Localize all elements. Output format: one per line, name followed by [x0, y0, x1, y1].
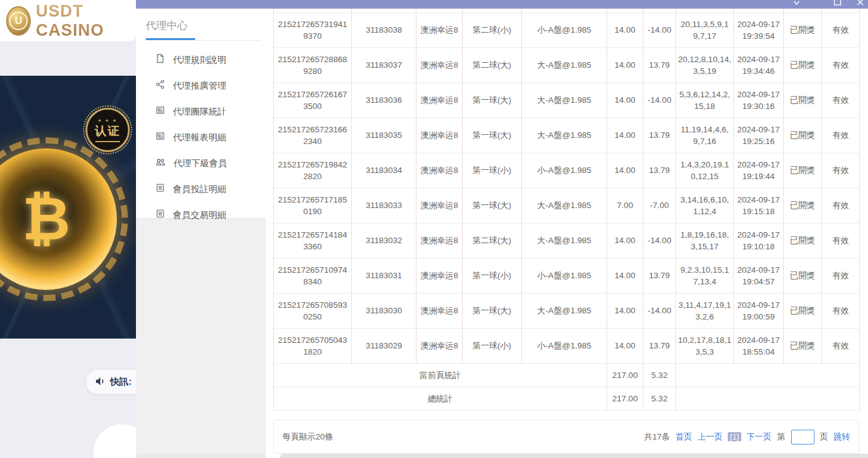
- speaker-icon: [95, 377, 106, 388]
- prev-page-link[interactable]: 上一页: [698, 432, 723, 443]
- cell-game: 澳洲幸运8: [416, 223, 463, 258]
- bitcoin-symbol: ₿: [22, 185, 70, 253]
- badge-stars: ★ ★ ★: [98, 118, 118, 123]
- badge-label: 认证: [95, 123, 121, 139]
- cell-time: 2024-09-17 19:39:54: [734, 12, 784, 47]
- sidebar-item-3[interactable]: 代理報表明細: [136, 124, 266, 150]
- cell-content: 小-A盤@1.985: [522, 12, 607, 47]
- bet-table-body: 215217265731941937031183038澳洲幸运8第二球(小)小-…: [274, 9, 860, 363]
- cell-winloss: -14.00: [643, 293, 676, 328]
- bitcoin-coin-graphic: ₿: [0, 148, 117, 290]
- bet-table-row: 215217265710974834031183031澳洲幸运8第一球(小)小-…: [274, 258, 860, 293]
- cell-amount: 14.00: [607, 223, 643, 258]
- cell-numbers: 1,4,3,20,19,10,12,15: [676, 153, 734, 188]
- badge-underline: [95, 141, 120, 142]
- jump-action-link[interactable]: 跳转: [834, 432, 850, 443]
- bet-table-row: 215217265708593025031183030澳洲幸运8第一球(大)大-…: [274, 293, 860, 328]
- cell-game: 澳洲幸运8: [416, 47, 463, 82]
- cell-play: 第二球(大): [463, 47, 522, 82]
- sidebar-item-2[interactable]: 代理團隊統計: [136, 98, 266, 124]
- sidebar-item-6[interactable]: 會員交易明細: [136, 202, 266, 228]
- cell-game: 澳洲幸运8: [416, 118, 463, 153]
- total-summary-amount: 217.00: [607, 387, 643, 410]
- cell-time: 2024-09-17 19:19:44: [734, 153, 784, 188]
- cell-play: 第一球(大): [463, 82, 522, 118]
- bottom-strip-main: [280, 454, 868, 458]
- sidebar-item-1[interactable]: 代理推廣管理: [136, 73, 266, 98]
- cell-winloss: -14.00: [643, 82, 676, 118]
- jump-suffix-label: 页: [820, 432, 829, 443]
- cell-amount: 7.00: [607, 188, 643, 223]
- cell-status: 已開獎: [784, 12, 822, 47]
- cell-time: 2024-09-17 19:25:16: [734, 118, 784, 153]
- cell-amount: 14.00: [607, 12, 643, 47]
- cell-status: 已開獎: [784, 153, 822, 188]
- brand-name: USDT CASINO: [36, 2, 136, 40]
- page-summary-winloss: 5.32: [643, 363, 676, 387]
- cell-amount: 14.00: [607, 293, 643, 328]
- cell-time: 2024-09-17 19:10:18: [734, 223, 784, 258]
- logo-letter: U: [9, 12, 28, 30]
- cell-time: 2024-09-17 19:30:16: [734, 82, 784, 118]
- brand-logo[interactable]: U USDT CASINO: [0, 0, 136, 41]
- sidebar-title: 代理中心: [146, 18, 266, 38]
- cell-winloss: -14.00: [643, 12, 676, 47]
- sidebar-item-4[interactable]: 代理下級會員: [136, 150, 266, 176]
- cell-period: 31183031: [352, 258, 416, 293]
- bet-table-row: 215217265728868928031183037澳洲幸运8第二球(大)大-…: [274, 47, 860, 82]
- close-icon[interactable]: [856, 0, 864, 6]
- cell-amount: 14.00: [607, 82, 643, 118]
- first-page-link[interactable]: 首页: [675, 432, 692, 443]
- cell-status: 已開獎: [784, 188, 822, 223]
- cell-valid: 有效: [822, 47, 860, 82]
- sidebar-item-5[interactable]: 會員投註明細: [136, 176, 266, 202]
- bet-table-row: 215217265719842282031183034澳洲幸运8第一球(小)小-…: [274, 153, 860, 188]
- cell-status: 已開獎: [784, 328, 822, 363]
- bitcoin-hero-image: ₿ ★ ★ ★ 认证: [0, 76, 136, 339]
- cell-numbers: 10,2,17,8,18,13,5,3: [676, 328, 734, 363]
- cell-amount: 14.00: [607, 47, 643, 82]
- cell-winloss: 13.79: [643, 258, 676, 293]
- cell-amount: 14.00: [607, 118, 643, 153]
- cell-winloss: -7.00: [643, 188, 676, 223]
- cell-numbers: 11,19,14,4,6,9,7,16: [676, 118, 734, 153]
- cell-order: 2152172657288689280: [274, 47, 352, 82]
- cell-amount: 14.00: [607, 153, 643, 188]
- bet-table-row: 215217265705043182031183029澳洲幸运8第一球(小)小-…: [274, 328, 860, 363]
- cell-period: 31183037: [352, 47, 416, 82]
- cell-content: 大-A盤@1.985: [522, 82, 607, 118]
- cell-status: 已開獎: [784, 258, 822, 293]
- cell-content: 小-A盤@1.985: [522, 153, 607, 188]
- sidebar-item-label: 代理團隊統計: [173, 106, 226, 118]
- sidebar-item-0[interactable]: 代理規則說明: [136, 47, 266, 73]
- cell-time: 2024-09-17 19:00:59: [734, 293, 784, 328]
- cell-numbers: 20,12,8,10,14,3,5,19: [676, 47, 734, 82]
- total-summary-label: 總統計: [274, 387, 607, 410]
- report-icon: [156, 131, 165, 143]
- cell-valid: 有效: [822, 188, 860, 223]
- ticker-label: 快訊:: [110, 376, 132, 388]
- cell-period: 31183032: [352, 223, 416, 258]
- certification-badge: ★ ★ ★ 认证: [86, 108, 130, 152]
- page-size-label: 每頁顯示20條: [282, 432, 333, 443]
- cell-order: 2152172657261673500: [274, 82, 352, 118]
- bottom-strip-left: [136, 454, 266, 458]
- page-number-input[interactable]: [791, 430, 814, 444]
- cell-play: 第一球(小): [463, 153, 522, 188]
- bet-table-row: 215217265731941937031183038澳洲幸运8第二球(小)小-…: [274, 12, 860, 47]
- cell-status: 已開獎: [784, 82, 822, 118]
- cell-time: 2024-09-17 19:04:57: [734, 258, 784, 293]
- cell-game: 澳洲幸运8: [416, 258, 463, 293]
- cell-content: 大-A盤@1.985: [522, 188, 607, 223]
- maximize-icon[interactable]: [834, 0, 842, 6]
- cell-time: 2024-09-17 19:34:46: [734, 47, 784, 82]
- cell-valid: 有效: [822, 12, 860, 47]
- chevron-down-icon[interactable]: [793, 0, 800, 6]
- cell-winloss: 13.79: [643, 328, 676, 363]
- cell-game: 澳洲幸运8: [416, 328, 463, 363]
- bet-detail-table-wrap: 215217265731941937031183038澳洲幸运8第二球(小)小-…: [273, 9, 859, 411]
- next-page-link[interactable]: 下一页: [747, 432, 772, 443]
- page-summary-row: 當前頁統計 217.00 5.32: [274, 363, 860, 387]
- page-summary-label: 當前頁統計: [274, 363, 607, 387]
- cell-valid: 有效: [822, 258, 860, 293]
